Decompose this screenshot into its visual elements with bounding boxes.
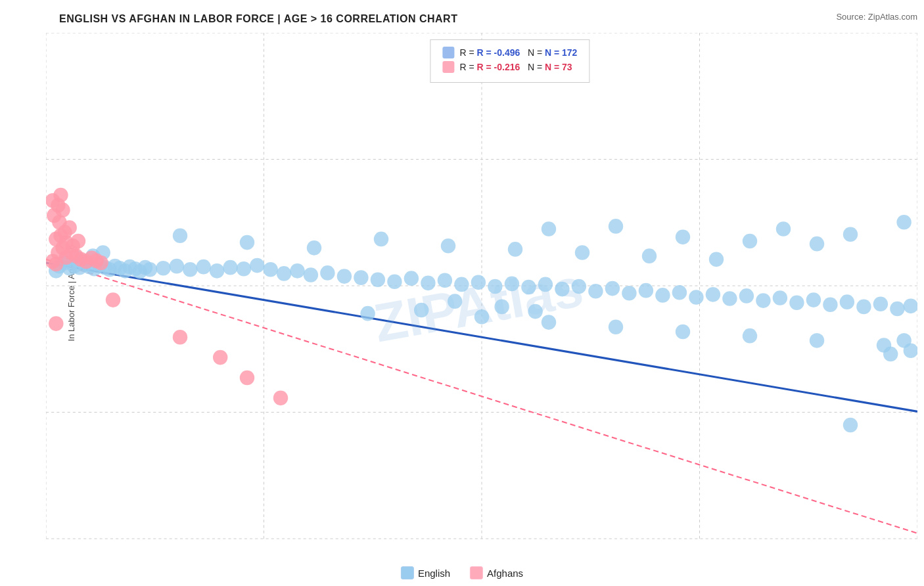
svg-point-98 [873,296,888,311]
svg-point-107 [743,234,757,249]
svg-point-118 [448,294,462,309]
svg-point-64 [454,277,469,292]
english-label: English [418,568,450,579]
svg-point-102 [843,227,858,242]
svg-point-82 [605,281,620,296]
svg-point-87 [689,290,703,305]
svg-point-95 [823,297,837,312]
chart-container: ENGLISH VS AFGHAN IN LABOR FORCE | AGE >… [0,0,924,586]
svg-point-80 [572,279,586,294]
english-color-swatch [401,566,414,579]
svg-point-89 [722,291,737,306]
svg-point-38 [143,262,157,277]
svg-point-78 [538,277,553,292]
afghans-color-swatch [470,566,483,579]
svg-point-130 [49,232,63,247]
svg-point-76 [709,252,724,267]
svg-point-105 [609,219,623,234]
svg-point-124 [896,333,911,348]
svg-point-69 [240,235,254,250]
legend-afghans: Afghans [470,566,523,579]
svg-point-74 [575,245,589,260]
legend-english: English [401,566,450,579]
svg-point-91 [756,293,770,308]
legend-afghan-r: R = R = -0.216 N = N = 73 [459,62,572,72]
svg-point-84 [639,283,653,298]
svg-point-71 [374,232,388,247]
afghans-label: Afghans [487,568,523,579]
svg-point-145 [93,256,108,271]
svg-point-46 [183,262,197,277]
svg-point-51 [250,258,264,273]
svg-point-110 [542,315,556,330]
svg-point-132 [62,220,76,235]
svg-point-94 [806,292,821,307]
svg-point-79 [555,282,569,297]
svg-point-103 [896,215,911,230]
svg-point-154 [240,371,254,386]
svg-point-52 [263,262,277,277]
svg-point-101 [776,221,791,237]
svg-point-59 [371,272,385,287]
svg-point-86 [672,285,687,300]
svg-point-85 [655,288,670,303]
svg-point-108 [810,237,824,252]
svg-point-88 [706,287,720,302]
svg-point-57 [337,269,352,284]
svg-point-109 [474,309,489,325]
svg-point-83 [622,286,636,301]
svg-point-104 [542,221,556,237]
legend-item-afghan: R = R = -0.216 N = N = 73 [442,61,577,73]
afghan-swatch [442,61,454,73]
scatter-chart: 100.0% 75.0% 50.0% 25.0% 0.0% 100% ZIPAt… [46,33,917,540]
svg-point-60 [387,274,402,289]
svg-point-122 [883,347,898,362]
svg-point-112 [676,325,690,340]
svg-point-137 [53,188,68,203]
svg-point-114 [810,333,824,348]
svg-point-72 [441,238,455,254]
svg-point-50 [237,261,251,277]
svg-point-68 [173,228,187,243]
svg-point-47 [196,259,210,275]
english-swatch [442,47,454,58]
svg-point-116 [360,306,375,321]
svg-point-77 [521,280,536,295]
svg-point-155 [273,391,288,406]
legend-item-english: R = R = -0.496 N = N = 172 [442,47,577,58]
svg-point-62 [421,276,435,291]
svg-point-65 [471,275,486,290]
svg-point-53 [277,266,291,281]
legend-english-r: R = R = -0.496 N = N = 172 [459,47,577,58]
svg-point-56 [320,265,335,281]
svg-point-97 [856,300,871,315]
svg-point-121 [843,418,858,433]
svg-point-119 [494,300,509,315]
svg-point-113 [743,328,757,344]
svg-point-152 [173,330,187,345]
svg-point-99 [890,302,904,317]
svg-point-73 [508,242,522,257]
svg-point-48 [210,263,224,279]
chart-area: 100.0% 75.0% 50.0% 25.0% 0.0% 100% ZIPAt… [46,33,917,540]
svg-point-111 [609,319,623,334]
svg-point-93 [789,295,804,310]
legend-box: R = R = -0.496 N = N = 172 R = R = -0.21… [430,39,589,83]
svg-point-153 [213,350,227,365]
svg-point-67 [505,277,519,292]
svg-point-58 [354,270,368,285]
svg-point-45 [170,259,184,274]
svg-point-44 [156,261,170,276]
svg-point-147 [71,234,85,249]
bottom-legend: English Afghans [401,566,523,579]
svg-point-49 [223,260,237,275]
svg-point-120 [528,304,542,319]
svg-point-96 [840,294,854,309]
svg-point-150 [49,316,63,331]
svg-point-63 [438,273,452,288]
svg-point-100 [904,299,917,314]
svg-point-149 [49,257,63,272]
svg-point-92 [773,290,787,305]
svg-point-81 [588,284,603,299]
svg-point-117 [414,303,428,318]
